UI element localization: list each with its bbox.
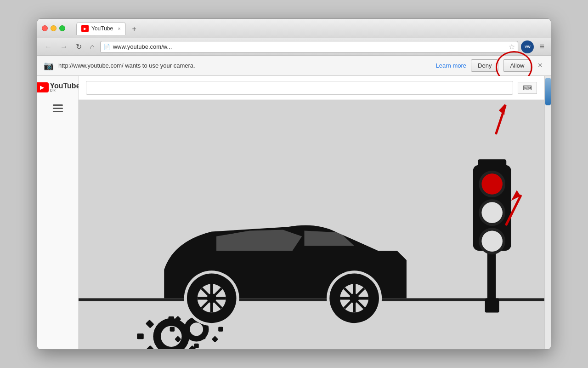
tab-close-button[interactable]: × — [118, 26, 120, 31]
home-button[interactable]: ⌂ — [87, 42, 97, 52]
region-badge: BR — [50, 88, 56, 92]
learn-more-link[interactable]: Learn more — [436, 62, 466, 69]
minimize-button[interactable] — [51, 25, 57, 31]
allow-wrapper: Allow — [503, 59, 531, 72]
svg-point-44 — [481, 202, 503, 223]
permission-close-button[interactable]: × — [536, 61, 544, 70]
allow-button[interactable]: Allow — [503, 59, 531, 72]
svg-point-13 — [190, 322, 203, 336]
tab-title: YouTube — [91, 25, 113, 32]
close-button[interactable] — [42, 25, 48, 31]
search-input[interactable] — [86, 81, 513, 95]
reload-button[interactable]: ↻ — [73, 41, 85, 52]
yt-play-icon: ▶ — [40, 84, 44, 91]
search-button[interactable]: ⌨ — [518, 82, 537, 94]
address-bar[interactable]: 📄 www.youtube.com/w... ☆ — [100, 41, 519, 53]
nav-right: VW ≡ — [521, 40, 546, 53]
permission-bar: 📷 http://www.youtube.com/ wants to use y… — [37, 56, 551, 76]
svg-rect-21 — [212, 336, 219, 343]
svg-rect-16 — [170, 327, 175, 331]
nav-bar: ← → ↻ ⌂ 📄 www.youtube.com/w... ☆ VW ≡ — [37, 38, 551, 56]
svg-point-42 — [481, 173, 503, 195]
window-controls — [42, 25, 65, 31]
content-area: ▶ YouTube BR — [37, 76, 551, 349]
hamburger-line-3 — [53, 111, 63, 112]
browser-window: YouTube × + ← → ↻ ⌂ 📄 www.youtube.com/w.… — [37, 18, 551, 350]
deny-button[interactable]: Deny — [471, 59, 498, 72]
svg-rect-40 — [478, 159, 506, 169]
new-tab-button[interactable]: + — [128, 23, 141, 35]
svg-rect-1 — [79, 298, 544, 301]
forward-button[interactable]: → — [57, 42, 70, 52]
scrollbar-thumb[interactable] — [545, 78, 551, 105]
svg-rect-47 — [485, 298, 499, 312]
video-container — [79, 100, 544, 349]
search-row: ⌨ — [79, 76, 544, 100]
tab-bar: YouTube × + — [76, 22, 141, 35]
page-icon: 📄 — [103, 44, 110, 50]
tube-text: Tube — [63, 82, 80, 90]
hamburger-menu[interactable] — [53, 104, 63, 112]
hamburger-line-1 — [53, 104, 63, 106]
vw-logo[interactable]: VW — [521, 40, 534, 53]
sidebar: ▶ YouTube BR — [37, 76, 79, 349]
svg-point-46 — [481, 230, 503, 252]
title-bar: YouTube × + — [37, 19, 551, 38]
svg-rect-6 — [137, 334, 143, 339]
vw-text: VW — [525, 45, 531, 49]
main-content: ⌨ — [79, 76, 544, 349]
svg-rect-10 — [146, 345, 154, 349]
svg-rect-4 — [169, 316, 174, 323]
svg-rect-15 — [194, 344, 198, 348]
yt-logo-box: ▶ — [37, 82, 49, 92]
address-text: www.youtube.com/w... — [113, 43, 506, 50]
youtube-tab-icon — [81, 25, 89, 32]
back-button[interactable]: ← — [42, 42, 55, 52]
menu-button[interactable]: ≡ — [537, 41, 546, 52]
maximize-button[interactable] — [59, 25, 65, 31]
bookmark-icon[interactable]: ☆ — [509, 42, 515, 51]
svg-rect-17 — [218, 327, 223, 331]
hamburger-line-2 — [53, 108, 63, 109]
active-tab[interactable]: YouTube × — [76, 22, 126, 35]
scrollbar[interactable] — [544, 76, 551, 349]
youtube-logo: ▶ YouTube BR — [37, 82, 80, 92]
permission-message: http://www.youtube.com/ wants to use you… — [58, 62, 431, 69]
scene-svg — [79, 100, 544, 349]
camera-icon: 📷 — [44, 61, 54, 71]
